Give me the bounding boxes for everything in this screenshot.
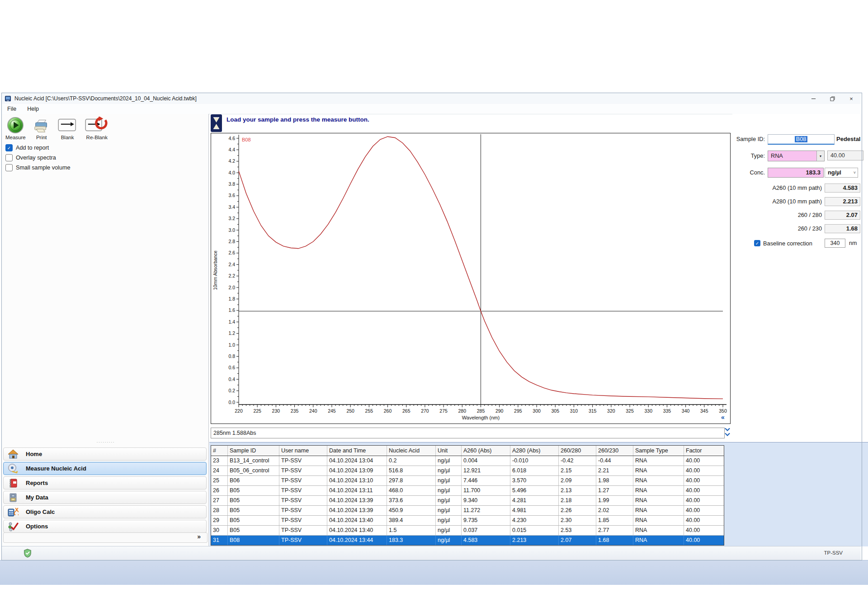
table-cell: 4.981 [510,506,559,515]
header-cell-260-280[interactable]: 260/280 [559,446,596,456]
table-cell: RNA [633,466,684,475]
toolbar-re-blank-button[interactable]: Re-Blank [84,115,110,141]
menu-item-file[interactable]: File [2,105,22,113]
unit-dropdown[interactable]: ng/µl ˅ [825,168,858,178]
header-cell-a260-abs[interactable]: A260 (Abs) [462,446,510,456]
header-cell-factor[interactable]: Factor [684,446,724,456]
reading-label: 260 / 280 [732,212,822,218]
header-cell-unit[interactable]: Unit [436,446,462,456]
sidebar-item-measure-nucleic-acid[interactable]: Measure Nucleic Acid [3,462,207,475]
sidebar-item-label: Options [26,523,48,530]
table-cell: 40.00 [684,506,724,515]
table-cell: 04.10.2024 13:11 [327,486,387,495]
table-row-29[interactable]: 29B05TP-SSV04.10.2024 13:40389.4ng/µl9.7… [211,516,724,526]
table-cell: ng/µl [436,456,462,466]
type-dropdown[interactable]: RNA ▾ [768,151,825,161]
reading-value-260-280: 2.07 [825,211,860,220]
svg-text:2.2: 2.2 [228,273,235,278]
baseline-wavelength-field[interactable]: 340 [825,239,845,248]
checkbox-box[interactable] [5,154,13,161]
toolbar-print-button[interactable]: Print [32,115,51,141]
table-row-25[interactable]: 25B06TP-SSV04.10.2024 13:10297.8ng/µl7.4… [211,476,724,486]
svg-text:250: 250 [346,408,354,414]
sidebar-item-my-data[interactable]: My Data [3,491,207,504]
conc-field[interactable]: 183.3 [768,168,824,178]
panel-splitter-handle[interactable]: ......... [81,440,131,442]
table-cell: 0.2 [387,456,436,466]
table-cell: 9.735 [462,516,510,525]
spectrum-plot[interactable]: 2202252302352402452502552602652702752802… [211,133,729,423]
header-cell-[interactable]: # [211,446,228,456]
restore-button[interactable] [823,94,842,104]
header-cell-date-and-time[interactable]: Date and Time [327,446,387,456]
minimize-button[interactable] [804,94,823,104]
header-cell-sample-type[interactable]: Sample Type [633,446,684,456]
svg-text:0.4: 0.4 [228,377,235,382]
svg-text:0.8: 0.8 [228,353,235,359]
chevron-down-icon[interactable]: ▾ [816,151,824,161]
svg-text:290: 290 [495,408,504,414]
svg-text:300: 300 [533,408,541,414]
expand-right-icon[interactable]: » [197,533,201,540]
svg-text:305: 305 [552,408,560,414]
checkbox-add-to-report[interactable]: ✓Add to report [5,143,71,153]
sidebar-item-oligo-calc[interactable]: Oligo Calc [3,505,207,518]
table-cell: 2.15 [559,466,596,475]
reading-value-a260-10-mm-path: 4.583 [825,184,860,193]
sample-id-input[interactable]: B08 [768,134,835,145]
header-cell-a280-abs[interactable]: A280 (Abs) [510,446,559,456]
table-cell: 6.018 [510,466,559,475]
table-cell: B06 [228,476,279,485]
sidebar-collapsed-strip[interactable]: » [3,532,208,543]
table-cell: 1.68 [596,536,633,545]
double-chevron-down-icon[interactable] [724,427,731,439]
svg-text:4.6: 4.6 [228,136,235,141]
table-row-30[interactable]: 30B05TP-SSV04.10.2024 13:401.5ng/µl0.037… [211,526,724,536]
table-cell: 12.921 [462,466,510,475]
header-cell-sample-id[interactable]: Sample ID [228,446,279,456]
table-row-26[interactable]: 26B05TP-SSV04.10.2024 13:11468.0ng/µl11.… [211,486,724,496]
taskbar: 1 13°C Windy Search FRA 13:44 04. [0,560,868,585]
checkbox-overlay-spectra[interactable]: Overlay spectra [5,153,71,163]
sidebar-item-label: Measure Nucleic Acid [26,465,86,472]
header-cell-user-name[interactable]: User name [279,446,327,456]
cursor-readout: 285nm 1.588Abs [211,428,725,438]
toolbar-label: Blank [61,135,74,140]
sidebar-item-reports[interactable]: Reports [3,476,207,489]
toolbar-label: Print [36,135,47,140]
header-cell-260-230[interactable]: 260/230 [596,446,633,456]
table-cell: 40.00 [684,536,724,545]
table-cell: 2.09 [559,476,596,485]
table-cell: 4.281 [510,496,559,505]
close-button[interactable]: × [842,94,861,104]
spectrum-chart[interactable]: 2202252302352402452502552602652702752802… [211,133,731,424]
table-cell: ng/µl [436,526,462,535]
toolbar: MeasurePrintBlankRe-Blank [5,115,110,141]
toolbar-blank-button[interactable]: Blank [57,115,79,141]
menu-item-help[interactable]: Help [22,105,44,113]
table-row-28[interactable]: 28B05TP-SSV04.10.2024 13:39450.9ng/µl11.… [211,506,724,516]
table-cell: TP-SSV [279,516,327,525]
table-cell: 40.00 [684,516,724,525]
table-cell: 5.496 [510,486,559,495]
header-cell-nucleic-acid[interactable]: Nucleic Acid [387,446,436,456]
table-cell: RNA [633,496,684,505]
baseline-checkbox[interactable]: ✓ [754,240,760,246]
table-row-23[interactable]: 23B13_14_controlTP-SSV04.10.2024 13:040.… [211,456,724,466]
sidebar-item-label: My Data [26,494,48,501]
checkbox-box[interactable] [5,164,13,171]
sidebar-item-home[interactable]: Home [3,447,207,461]
table-row-31[interactable]: 31B08TP-SSV04.10.2024 13:44183.3ng/µl4.5… [211,536,724,545]
svg-text:0.2: 0.2 [228,388,235,393]
checkbox-small-sample-volume[interactable]: Small sample volume [5,163,71,173]
table-row-24[interactable]: 24B05_06_controlTP-SSV04.10.2024 13:0951… [211,466,724,476]
table-cell: RNA [633,536,684,545]
toolbar-measure-button[interactable]: Measure [5,115,27,141]
table-cell: 23 [211,456,228,466]
collapse-left-icon[interactable]: « [721,414,725,421]
sidebar-item-options[interactable]: Options [3,520,207,533]
table-row-27[interactable]: 27B05TP-SSV04.10.2024 13:39373.6ng/µl9.3… [211,496,724,506]
checkbox-box[interactable]: ✓ [5,144,13,151]
table-cell: B05 [228,486,279,495]
sample-id-label: Sample ID: [732,136,765,142]
